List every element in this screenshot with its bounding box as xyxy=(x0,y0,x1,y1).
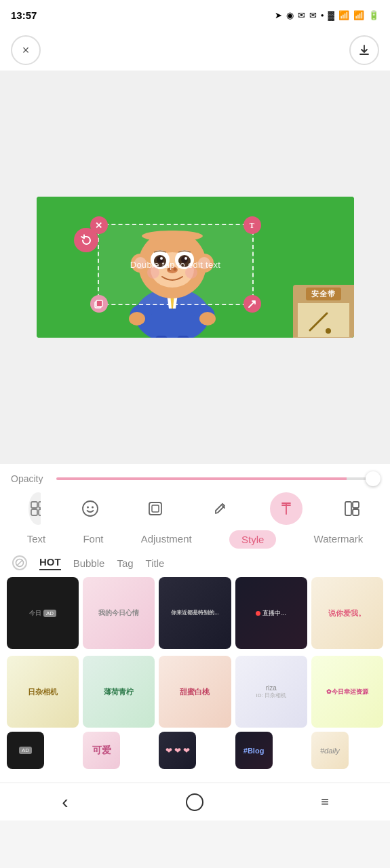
back-icon: ‹ xyxy=(62,791,68,813)
tabs-row: Text Font Adjustment Style Watermark xyxy=(0,525,390,549)
svg-rect-31 xyxy=(96,300,102,307)
sign-card-label: 安全带 xyxy=(306,288,341,300)
style-text-3: 你来近都是特别的... xyxy=(170,608,220,618)
text-placeholder: Double tap to edit text xyxy=(130,260,220,270)
sign-card-inner xyxy=(298,303,349,337)
no-filter-icon[interactable] xyxy=(12,555,27,570)
menu-icon: ≡ xyxy=(321,794,329,810)
style-item-4[interactable]: 直播中... xyxy=(235,577,307,649)
style-item-11[interactable]: AD xyxy=(7,732,44,769)
split-icon xyxy=(343,500,361,517)
partial-tool[interactable] xyxy=(22,492,41,525)
tab-font[interactable]: Font xyxy=(83,530,103,549)
style-text-6: 日杂相机 xyxy=(26,686,59,698)
opacity-label: Opacity xyxy=(11,473,48,484)
style-item-14[interactable]: #Blog xyxy=(235,732,273,769)
svg-rect-43 xyxy=(353,502,359,508)
frame-tool[interactable] xyxy=(139,492,172,525)
filter-row: HOT Bubble Tag Title xyxy=(0,549,390,570)
style-text-2: 我的今日心情 xyxy=(97,608,140,618)
style-item-15[interactable]: #daily xyxy=(311,732,349,769)
status-time: 13:57 xyxy=(11,9,37,21)
top-bar: × xyxy=(0,30,390,71)
menu-button[interactable]: ≡ xyxy=(305,787,345,817)
svg-rect-40 xyxy=(149,502,161,515)
wifi-icon: 📶 xyxy=(338,10,349,20)
svg-rect-42 xyxy=(345,502,351,515)
download-button[interactable] xyxy=(349,35,379,65)
style-grid-row3: AD 可爱 ❤ ❤ ❤ #Blog #daily xyxy=(0,728,390,769)
svg-rect-33 xyxy=(31,502,37,508)
status-icons: ➤ ◉ ✉ ✉ ● ▓ 📶 📶 🔋 xyxy=(275,10,379,20)
style-text-7: 薄荷青柠 xyxy=(102,686,135,698)
style-item-12[interactable]: 可爱 xyxy=(83,732,120,769)
undo-handle[interactable] xyxy=(74,228,98,252)
edit-tool[interactable] xyxy=(205,492,237,525)
frame-icon xyxy=(147,500,164,517)
tools-row xyxy=(0,484,390,525)
signal-icon: ▓ xyxy=(328,10,334,20)
style-item-2[interactable]: 我的今日心情 xyxy=(83,577,155,649)
mail-icon: ✉ xyxy=(298,10,305,20)
sign-card: 安全带 xyxy=(293,285,354,338)
style-item-5[interactable]: 说你爱我。 xyxy=(311,577,383,649)
canvas-background: ✕ T Double tap to edit text xyxy=(37,197,354,338)
tab-watermark[interactable]: Watermark xyxy=(314,530,364,549)
style-item-9[interactable]: riza ID: 日杂相机 xyxy=(235,656,307,728)
text-edit-box[interactable]: ✕ T Double tap to edit text xyxy=(98,224,254,305)
home-icon xyxy=(186,793,203,811)
opacity-slider[interactable] xyxy=(56,477,379,480)
svg-point-38 xyxy=(87,507,89,509)
handle-text[interactable]: T xyxy=(243,216,261,234)
style-item-1[interactable]: 今日 AD xyxy=(7,577,79,649)
filter-bubble[interactable]: Bubble xyxy=(73,557,105,569)
emoji-tool[interactable] xyxy=(74,492,106,525)
svg-point-37 xyxy=(83,501,98,516)
svg-line-46 xyxy=(17,560,22,566)
svg-rect-34 xyxy=(39,502,41,508)
location-icon: ◉ xyxy=(286,10,294,20)
style-item-10[interactable]: ✿今日幸运资源 xyxy=(311,656,383,728)
handle-resize[interactable] xyxy=(243,295,261,313)
opacity-row: Opacity xyxy=(0,464,390,484)
filter-hot[interactable]: HOT xyxy=(39,556,61,570)
status-bar: 13:57 ➤ ◉ ✉ ✉ ● ▓ 📶 📶 🔋 xyxy=(0,0,390,30)
style-item-6[interactable]: 日杂相机 xyxy=(7,656,79,728)
cellular-icon: 📶 xyxy=(353,10,364,20)
mail2-icon: ✉ xyxy=(309,10,317,20)
svg-rect-44 xyxy=(353,509,359,515)
tab-style[interactable]: Style xyxy=(229,530,276,549)
svg-point-7 xyxy=(199,312,216,326)
navigation-icon: ➤ xyxy=(275,10,282,20)
svg-point-6 xyxy=(129,312,145,326)
style-item-8[interactable]: 甜蜜白桃 xyxy=(159,656,231,728)
handle-copy[interactable] xyxy=(90,295,108,313)
text-icon xyxy=(277,500,295,517)
svg-rect-36 xyxy=(39,509,41,515)
dot-icon: ● xyxy=(321,12,324,18)
canvas-area: ✕ T Double tap to edit text xyxy=(0,71,390,464)
style-item-3[interactable]: 你来近都是特别的... xyxy=(159,577,231,649)
slider-thumb[interactable] xyxy=(366,471,381,486)
filter-title[interactable]: Title xyxy=(146,557,165,569)
filter-tag[interactable]: Tag xyxy=(117,557,133,569)
style-text-5: 说你爱我。 xyxy=(327,608,367,619)
style-item-13[interactable]: ❤ ❤ ❤ xyxy=(159,732,196,769)
home-button[interactable] xyxy=(174,787,215,817)
close-button[interactable]: × xyxy=(11,35,41,65)
text-tool[interactable] xyxy=(270,492,303,525)
image-container[interactable]: ✕ T Double tap to edit text xyxy=(37,197,354,338)
svg-point-32 xyxy=(326,328,331,334)
battery-icon: 🔋 xyxy=(368,10,379,20)
svg-point-39 xyxy=(92,507,94,509)
split-tool[interactable] xyxy=(336,492,368,525)
style-item-7[interactable]: 薄荷青柠 xyxy=(83,656,155,728)
tab-text[interactable]: Text xyxy=(27,530,46,549)
tab-adjustment[interactable]: Adjustment xyxy=(141,530,192,549)
bottom-panel: Opacity xyxy=(0,464,390,783)
style-text-8: 甜蜜白桃 xyxy=(178,686,211,698)
sign-card-drawing xyxy=(307,307,340,334)
back-button[interactable]: ‹ xyxy=(45,787,85,817)
svg-rect-35 xyxy=(31,509,37,515)
edit-icon xyxy=(212,500,230,517)
